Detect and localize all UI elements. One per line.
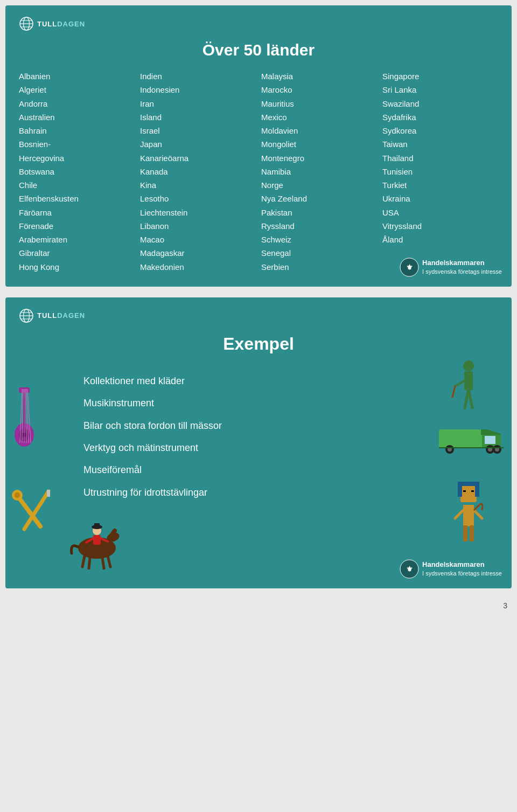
hk-sub-text-1: I sydsvenska företags intresse (422, 268, 502, 275)
svg-line-60 (82, 556, 85, 567)
slide-1-title: Över 50 länder (19, 41, 498, 59)
country-norge: Norge (261, 179, 377, 191)
svg-rect-53 (470, 525, 474, 542)
svg-line-62 (102, 558, 104, 568)
country-sydafrika: Sydafrika (382, 111, 498, 123)
country-indonesien: Indonesien (140, 84, 256, 96)
svg-point-25 (15, 492, 20, 498)
country-tunisien: Tunisien (382, 165, 498, 178)
slide-1: TULLDAGEN Över 50 länder Albanien Algeri… (5, 5, 512, 287)
exempel-item-5: Museiföremål (83, 459, 487, 481)
horse-rider-icon (62, 516, 127, 570)
country-elfenbenskusten: Elfenbenskusten (19, 192, 135, 205)
logo-area-2: TULLDAGEN (19, 308, 85, 323)
svg-line-63 (108, 556, 110, 567)
exempel-item-3: Bilar och stora fordon till mässor (83, 415, 487, 437)
svg-line-55 (474, 510, 482, 518)
country-kanada: Kanada (140, 165, 256, 178)
slide-2: TULLDAGEN Exempel (5, 297, 512, 588)
svg-marker-27 (47, 490, 50, 497)
country-col-1: Albanien Algeriet Andorra Australien Bah… (19, 70, 135, 273)
country-swaziland: Swaziland (382, 98, 498, 110)
exempel-item-1: Kollektioner med kläder (83, 370, 487, 392)
country-faroarna: Färöarna (19, 206, 135, 219)
country-botswana: Botswana (19, 165, 135, 178)
countries-grid: Albanien Algeriet Andorra Australien Bah… (19, 70, 498, 273)
globe-icon (19, 16, 34, 31)
slide-2-header: TULLDAGEN (19, 308, 498, 323)
page-wrapper: TULLDAGEN Över 50 länder Albanien Algeri… (0, 0, 517, 617)
country-island: Island (140, 111, 256, 123)
country-thailand: Thailand (382, 152, 498, 164)
country-schweiz: Schweiz (261, 233, 377, 246)
country-nyazeeland: Nya Zeeland (261, 192, 377, 205)
hk-main-text-1: Handelskammaren (422, 259, 502, 268)
country-ryssland: Ryssland (261, 220, 377, 232)
svg-rect-65 (93, 535, 101, 545)
country-srilanka: Sri Lanka (382, 84, 498, 96)
slide-1-header: TULLDAGEN (19, 16, 498, 31)
exempel-item-4: Verktyg och mätinstrument (83, 437, 487, 459)
country-israel: Israel (140, 124, 256, 137)
country-madagaskar: Madagaskar (140, 247, 256, 259)
svg-line-54 (455, 510, 463, 518)
country-albanien: Albanien (19, 70, 135, 82)
exempel-item-2: Musikinstrument (83, 392, 487, 414)
svg-point-28 (463, 360, 474, 371)
page-number: 3 (5, 599, 512, 612)
handelskammaren-logo-1: ⚜ Handelskammaren I sydsvenska företags … (400, 258, 502, 277)
svg-text:⚜: ⚜ (406, 263, 413, 272)
country-hercegovina: Hercegovina (19, 152, 135, 164)
country-senegal: Senegal (261, 247, 377, 259)
country-algeriet: Algeriet (19, 84, 135, 96)
logo-text-2: TULLDAGEN (37, 311, 85, 320)
country-macao: Macao (140, 233, 256, 246)
exempel-container: Kollektioner med kläder Musikinstrument … (19, 370, 498, 575)
logo-text-1: TULLDAGEN (37, 20, 85, 28)
globe-icon-2 (19, 308, 34, 323)
country-sydkorea: Sydkorea (382, 124, 498, 137)
country-malaysia: Malaysia (261, 70, 377, 82)
svg-line-61 (89, 558, 90, 568)
hk-main-text-2: Handelskammaren (422, 560, 502, 570)
country-iran: Iran (140, 98, 256, 110)
svg-rect-52 (463, 525, 467, 542)
country-chile: Chile (19, 179, 135, 191)
country-kanarieorna: Kanarieöarna (140, 152, 256, 164)
country-usa: USA (382, 206, 498, 219)
logo-tull-2: TULL (37, 311, 57, 320)
hk-badge-icon-1: ⚜ (400, 258, 419, 277)
country-liechtenstein: Liechtenstein (140, 206, 256, 219)
country-andorra: Andorra (19, 98, 135, 110)
country-namibia: Namibia (261, 165, 377, 178)
svg-rect-69 (94, 523, 100, 528)
country-libanon: Libanon (140, 220, 256, 232)
country-turkiet: Turkiet (382, 179, 498, 191)
svg-rect-45 (463, 505, 474, 526)
handelskammaren-logo-2: ⚜ Handelskammaren I sydsvenska företags … (400, 559, 502, 579)
country-col-4: Singapore Sri Lanka Swaziland Sydafrika … (382, 70, 498, 273)
country-pakistan: Pakistan (261, 206, 377, 219)
country-aland: Åland (382, 233, 498, 246)
country-montenegro: Montenegro (261, 152, 377, 164)
country-japan: Japan (140, 138, 256, 150)
country-mongoliet: Mongoliet (261, 138, 377, 150)
hk-badge-icon-2: ⚜ (400, 559, 419, 579)
country-taiwan: Taiwan (382, 138, 498, 150)
hk-sub-text-2: I sydsvenska företags intresse (422, 570, 502, 577)
exempel-items-list: Kollektioner med kläder Musikinstrument … (73, 370, 487, 504)
country-bosnien: Bosnien- (19, 138, 135, 150)
logo-area-1: TULLDAGEN (19, 16, 85, 31)
country-col-3: Malaysia Marocko Mauritius Mexico Moldav… (261, 70, 377, 273)
country-hongkong: Hong Kong (19, 261, 135, 273)
country-ukraina: Ukraina (382, 192, 498, 205)
logo-dagen-2: DAGEN (57, 311, 85, 320)
logo-dagen-1: DAGEN (57, 20, 85, 28)
country-mauritius: Mauritius (261, 98, 377, 110)
exempel-item-6: Utrustning för idrottstävlingar (83, 482, 487, 504)
country-arabemiraten: Arabemiraten (19, 233, 135, 246)
country-gibraltar: Gibraltar (19, 247, 135, 259)
hk-text-2: Handelskammaren I sydsvenska företags in… (422, 560, 502, 577)
country-vitryssland: Vitryssland (382, 220, 498, 232)
country-singapore: Singapore (382, 70, 498, 82)
